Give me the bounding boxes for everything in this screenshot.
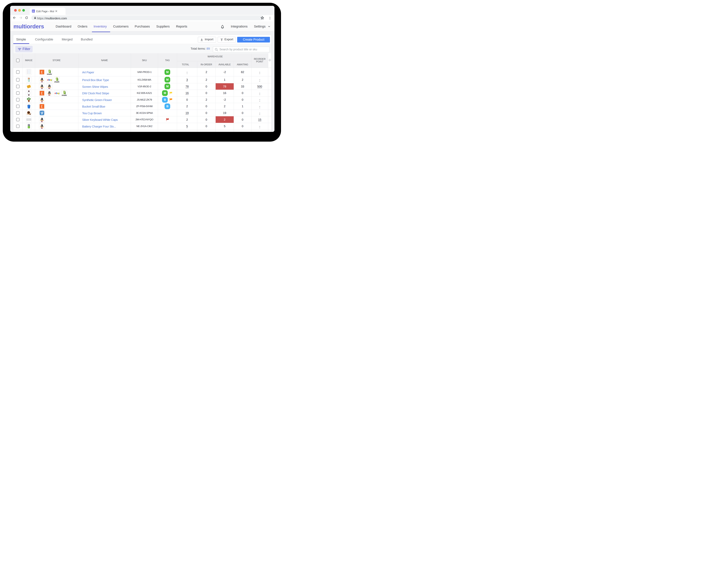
svg-text:E: E — [41, 70, 43, 74]
svg-text:shopify: shopify — [54, 81, 59, 82]
svg-text:S: S — [49, 71, 50, 73]
svg-text:E: E — [41, 91, 43, 96]
svg-text:shopify: shopify — [61, 94, 67, 96]
svg-text:y: y — [58, 92, 59, 95]
svg-text:y: y — [51, 78, 52, 81]
svg-text:shopify: shopify — [47, 73, 52, 75]
svg-text:E: E — [41, 104, 43, 109]
svg-text:S: S — [56, 78, 57, 80]
svg-text:S: S — [63, 91, 64, 94]
